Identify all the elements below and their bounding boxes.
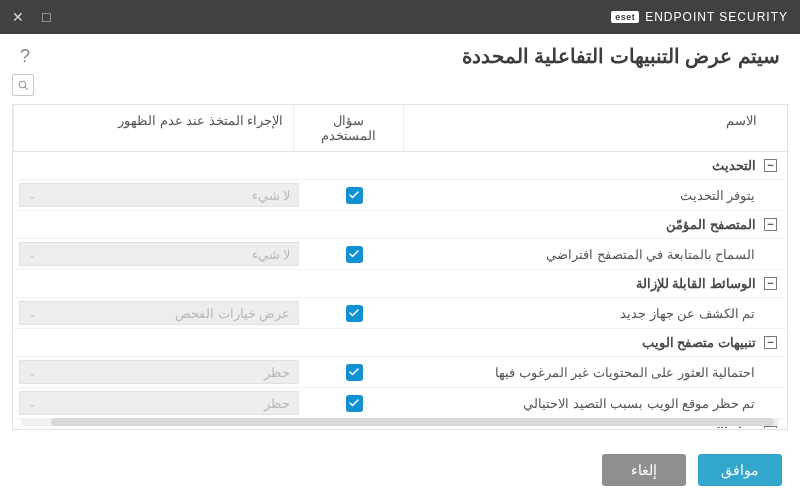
chevron-down-icon: ⌄	[28, 190, 36, 201]
column-name[interactable]: الاسم	[403, 105, 787, 151]
table-row: السماح بالمتابعة في المتصفح افتراضيلا شي…	[13, 239, 787, 270]
maximize-icon[interactable]: □	[42, 10, 50, 24]
alerts-table: الاسم سؤال المستخدم الإجراء المتخذ عند ع…	[12, 104, 788, 430]
collapse-icon[interactable]: −	[764, 336, 777, 349]
action-cell: لا شيء⌄	[19, 183, 299, 207]
ok-button[interactable]: موافق	[698, 454, 782, 486]
close-icon[interactable]: ✕	[12, 10, 24, 24]
ask-user-cell	[299, 364, 409, 381]
alert-name: يتوفر التحديث	[409, 184, 777, 207]
action-select[interactable]: لا شيء⌄	[19, 242, 299, 266]
column-ask[interactable]: سؤال المستخدم	[293, 105, 403, 151]
column-action[interactable]: الإجراء المتخذ عند عدم الظهور	[13, 105, 293, 151]
group-label: تنبيهات متصفح الويب	[642, 335, 756, 350]
ask-user-cell	[299, 187, 409, 204]
ask-user-checkbox[interactable]	[346, 305, 363, 322]
action-cell: لا شيء⌄	[19, 242, 299, 266]
action-select-value: لا شيء	[252, 188, 290, 203]
ask-user-cell	[299, 305, 409, 322]
collapse-icon[interactable]: −	[764, 426, 777, 428]
table-body: −التحديثيتوفر التحديثلا شيء⌄−المتصفح الم…	[13, 152, 787, 428]
table-row: تم حظر موقع الويب بسبب التصيد الاحتياليح…	[13, 388, 787, 419]
cancel-button[interactable]: إلغاء	[602, 454, 686, 486]
action-cell: حظر⌄	[19, 391, 299, 415]
svg-point-0	[19, 81, 26, 88]
alert-name: احتمالية العثور على المحتويات غير المرغو…	[409, 361, 777, 384]
collapse-icon[interactable]: −	[764, 277, 777, 290]
alert-name: تم الكشف عن جهاز جديد	[409, 302, 777, 325]
action-select[interactable]: عرض خيارات الفحص⌄	[19, 301, 299, 325]
action-cell: عرض خيارات الفحص⌄	[19, 301, 299, 325]
chevron-down-icon: ⌄	[28, 367, 36, 378]
search-button[interactable]	[12, 74, 34, 96]
ask-user-checkbox[interactable]	[346, 246, 363, 263]
group-row[interactable]: −التحديث	[13, 152, 787, 180]
help-icon[interactable]: ?	[20, 46, 30, 67]
alert-name: السماح بالمتابعة في المتصفح افتراضي	[409, 243, 777, 266]
search-icon	[17, 79, 30, 92]
brand-text: ENDPOINT SECURITY	[645, 10, 788, 24]
group-label: الوسائط القابلة للإزالة	[636, 276, 756, 291]
group-row[interactable]: −الوسائط القابلة للإزالة	[13, 270, 787, 298]
alert-name: تم حظر موقع الويب بسبب التصيد الاحتيالي	[409, 392, 777, 415]
ask-user-cell	[299, 246, 409, 263]
action-select[interactable]: لا شيء⌄	[19, 183, 299, 207]
action-select-value: لا شيء	[252, 247, 290, 262]
window-controls: ✕ □	[12, 10, 50, 24]
svg-line-1	[24, 86, 27, 89]
chevron-down-icon: ⌄	[28, 398, 36, 409]
ask-user-checkbox[interactable]	[346, 364, 363, 381]
table-row: يتوفر التحديثلا شيء⌄	[13, 180, 787, 211]
action-select-value: حظر	[264, 365, 290, 380]
ask-user-checkbox[interactable]	[346, 187, 363, 204]
table-row: احتمالية العثور على المحتويات غير المرغو…	[13, 357, 787, 388]
group-row[interactable]: −المتصفح المؤمّن	[13, 211, 787, 239]
page-title: سيتم عرض التنبيهات التفاعلية المحددة	[462, 44, 780, 68]
action-select[interactable]: حظر⌄	[19, 360, 299, 384]
group-label: المتصفح المؤمّن	[666, 217, 756, 232]
collapse-icon[interactable]: −	[764, 159, 777, 172]
titlebar: ✕ □ eset ENDPOINT SECURITY	[0, 0, 800, 34]
chevron-down-icon: ⌄	[28, 249, 36, 260]
brand: eset ENDPOINT SECURITY	[611, 10, 788, 24]
dialog-footer: موافق إلغاء	[0, 440, 800, 500]
ask-user-cell	[299, 395, 409, 412]
page-header: سيتم عرض التنبيهات التفاعلية المحددة ?	[0, 34, 800, 74]
ask-user-checkbox[interactable]	[346, 395, 363, 412]
group-label: التحديث	[712, 158, 756, 173]
table-row: تم الكشف عن جهاز جديدعرض خيارات الفحص⌄	[13, 298, 787, 329]
action-cell: حظر⌄	[19, 360, 299, 384]
action-select-value: حظر	[264, 396, 290, 411]
collapse-icon[interactable]: −	[764, 218, 777, 231]
horizontal-scrollbar[interactable]	[21, 418, 779, 426]
brand-badge: eset	[611, 11, 639, 23]
table-header: الاسم سؤال المستخدم الإجراء المتخذ عند ع…	[13, 105, 787, 152]
action-select[interactable]: حظر⌄	[19, 391, 299, 415]
action-select-value: عرض خيارات الفحص	[175, 306, 290, 321]
search-row	[0, 74, 800, 104]
group-row[interactable]: −تنبيهات متصفح الويب	[13, 329, 787, 357]
chevron-down-icon: ⌄	[28, 308, 36, 319]
